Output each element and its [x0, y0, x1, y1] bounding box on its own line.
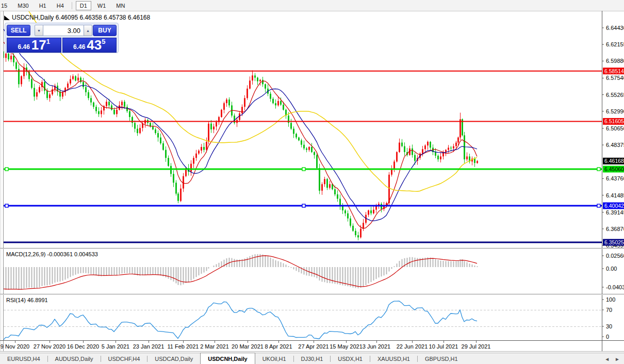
chart-tab-gbpusd[interactable]: GBPUSD,H1 — [418, 353, 465, 364]
mt4-terminal: 15M30H1H4D1W1MN 6.644306.621556.598806.5… — [0, 0, 624, 364]
svg-text:29 Jul 2021: 29 Jul 2021 — [462, 343, 491, 350]
chart-canvas[interactable]: 6.644306.621556.598806.575406.552656.529… — [0, 0, 624, 364]
svg-text:5 Jan 2021: 5 Jan 2021 — [102, 343, 129, 350]
svg-text:11 Feb 2021: 11 Feb 2021 — [168, 343, 199, 350]
svg-text:2 Mar 2021: 2 Mar 2021 — [200, 343, 229, 350]
hline-handle[interactable] — [5, 168, 8, 171]
svg-text:6.58514: 6.58514 — [604, 68, 624, 74]
svg-text:6.57540: 6.57540 — [606, 75, 624, 81]
svg-text:100: 100 — [606, 296, 615, 303]
bid-price-sup: 1 — [46, 39, 50, 45]
one-click-trading-panel: SELL ▼ 3.00 ▲ BUY 6.46 17 1 6.46 43 5 — [5, 23, 119, 53]
rsi-label: RSI(14) 46.8991 — [6, 297, 48, 303]
svg-text:6.48375: 6.48375 — [606, 142, 624, 148]
volume-input[interactable]: 3.00 — [43, 25, 84, 36]
svg-text:8 Apr 2021: 8 Apr 2021 — [265, 343, 292, 350]
svg-text:6.40042: 6.40042 — [604, 203, 624, 209]
ma-line — [3, 41, 477, 228]
svg-text:-0.040386: -0.040386 — [606, 284, 624, 290]
rsi-line — [3, 301, 477, 340]
spin-up-icon: ▲ — [86, 29, 90, 32]
bid-price-prefix: 6.46 — [18, 43, 29, 51]
ask-price-box[interactable]: 6.46 43 5 — [62, 38, 117, 53]
svg-text:6.35025: 6.35025 — [604, 239, 624, 245]
sell-button[interactable]: SELL — [7, 25, 30, 36]
svg-text:0: 0 — [606, 334, 609, 340]
svg-text:6.50650: 6.50650 — [606, 125, 624, 131]
svg-text:6.39145: 6.39145 — [606, 209, 624, 216]
chart-tab-usdx[interactable]: USDX,H1 — [331, 353, 370, 364]
svg-text:6.51605: 6.51605 — [604, 118, 624, 124]
svg-text:6.46168: 6.46168 — [604, 158, 624, 164]
svg-text:22 Jun 2021: 22 Jun 2021 — [397, 343, 428, 350]
hline-handle[interactable] — [302, 204, 305, 207]
buy-button[interactable]: BUY — [93, 25, 117, 36]
svg-text:23 Jan 2021: 23 Jan 2021 — [133, 343, 165, 350]
hline-handle[interactable] — [597, 168, 600, 171]
chart-marker-icon — [4, 15, 10, 20]
time-axis[interactable]: 9 Nov 202027 Nov 202016 Dec 20205 Jan 20… — [1, 341, 491, 350]
price-axis[interactable]: 6.644306.621556.598806.575406.552656.529… — [602, 25, 624, 340]
bid-price-big: 17 — [31, 39, 46, 51]
svg-text:0.00: 0.00 — [606, 266, 617, 272]
svg-text:30: 30 — [606, 323, 612, 329]
svg-text:6.64430: 6.64430 — [606, 25, 624, 31]
macd-plot — [3, 254, 478, 290]
hline-handle[interactable] — [302, 168, 305, 171]
bid-price-box[interactable]: 6.46 17 1 — [7, 38, 61, 53]
chart-tab-usdchf[interactable]: USDCHF,H4 — [101, 353, 147, 364]
volume-decrease-button[interactable]: ▼ — [35, 25, 43, 36]
ask-price-prefix: 6.46 — [73, 43, 85, 51]
chart-tab-usdcad[interactable]: USDCAD,Daily — [147, 353, 200, 364]
tab-scroll-left-icon[interactable]: ◄ — [604, 356, 610, 362]
svg-text:9 Nov 2020: 9 Nov 2020 — [1, 343, 29, 350]
svg-text:6.55265: 6.55265 — [606, 92, 624, 98]
chart-tab-dj30[interactable]: DJ30,H1 — [294, 353, 331, 364]
hline-handle[interactable] — [5, 204, 8, 207]
chart-tab-bar: EURUSD,H4AUDUSD,DailyUSDCHF,H4USDCAD,Dai… — [0, 353, 624, 364]
chart-tab-ukoil[interactable]: UKOil,H1 — [255, 353, 293, 364]
chart-title: USDCNH,Daily 6.46095 6.46358 6.45738 6.4… — [4, 14, 150, 21]
svg-text:15 May 2021: 15 May 2021 — [330, 343, 363, 350]
svg-text:6.62155: 6.62155 — [606, 41, 624, 47]
svg-text:10 Jul 2021: 10 Jul 2021 — [429, 343, 458, 350]
svg-text:6.36870: 6.36870 — [606, 226, 624, 232]
svg-text:70: 70 — [606, 307, 612, 313]
svg-text:27 Apr 2021: 27 Apr 2021 — [298, 343, 329, 350]
chart-tab-xauusd[interactable]: XAUUSD,H1 — [370, 353, 417, 364]
chart-ohlc-text: USDCNH,Daily 6.46095 6.46358 6.45738 6.4… — [12, 14, 150, 21]
ask-price-sup: 5 — [102, 39, 105, 45]
svg-text:16 Dec 2020: 16 Dec 2020 — [67, 343, 99, 350]
svg-text:6.52990: 6.52990 — [606, 108, 624, 114]
ma-line — [3, 28, 477, 221]
svg-text:6.45060: 6.45060 — [604, 166, 624, 172]
spin-down-icon: ▼ — [37, 29, 41, 32]
macd-label: MACD(12,26,9) -0.000361 0.004533 — [6, 251, 98, 257]
tab-scroll-right-icon[interactable]: ► — [615, 356, 620, 362]
hline-handle[interactable] — [597, 204, 600, 207]
svg-text:3 Jun 2021: 3 Jun 2021 — [363, 343, 390, 350]
svg-text:27 Nov 2020: 27 Nov 2020 — [34, 343, 65, 350]
volume-increase-button[interactable]: ▲ — [84, 25, 92, 36]
ask-price-big: 43 — [87, 39, 102, 51]
svg-text:20 Mar 2021: 20 Mar 2021 — [232, 343, 264, 350]
chart-tab-usdcnh[interactable]: USDCNH,Daily — [200, 353, 255, 364]
svg-text:6.41485: 6.41485 — [606, 192, 624, 198]
chart-tab-eurusd[interactable]: EURUSD,H4 — [0, 353, 47, 364]
chart-tab-audusd[interactable]: AUDUSD,Daily — [48, 353, 101, 364]
svg-text:0.025609: 0.025609 — [606, 253, 624, 259]
svg-text:6.43760: 6.43760 — [606, 175, 624, 181]
svg-text:6.59880: 6.59880 — [606, 58, 624, 64]
